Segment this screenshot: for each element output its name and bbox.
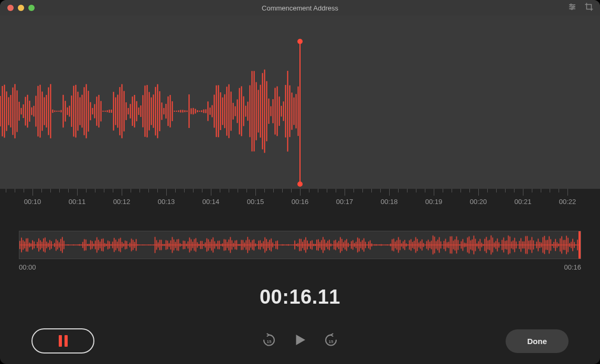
pause-button[interactable] [31,328,94,354]
ruler-label: 00:13 [158,198,175,206]
close-button[interactable] [7,5,14,11]
ruler-label: 00:21 [515,198,532,206]
fullscreen-button[interactable] [28,5,35,11]
minimize-button[interactable] [18,5,24,11]
titlebar-tools [567,2,594,14]
waveform-overview[interactable] [19,231,581,259]
skip-forward-label: 15 [329,339,334,344]
current-time-display: 00:16.11 [0,286,600,308]
ruler-label: 00:14 [202,198,220,206]
trim-icon[interactable] [584,2,594,14]
overview-end-time: 00:16 [564,263,581,271]
done-button[interactable]: Done [506,329,569,353]
timeline-ruler[interactable]: 00:1000:1100:1200:1300:1400:1500:1600:17… [0,189,600,210]
skip-forward-button[interactable]: 15 [324,333,338,349]
ruler-label: 00:16 [292,198,309,206]
playhead[interactable] [299,41,301,185]
svg-point-5 [571,8,573,9]
titlebar: Commencement Address [0,0,600,16]
ruler-label: 00:22 [559,198,576,206]
ruler-label: 00:11 [69,198,86,206]
waveform-zoomed[interactable] [0,16,600,189]
ruler-label: 00:19 [425,198,443,206]
playhead-handle-bottom[interactable] [297,181,303,187]
window-title: Commencement Address [262,4,338,12]
playback-controls: 15 15 [262,331,338,350]
skip-back-label: 15 [267,339,272,344]
app-window: Commencement Address 00:1000: [0,0,600,364]
skip-back-button[interactable]: 15 [262,333,276,349]
svg-point-3 [573,6,574,8]
window-controls [0,5,35,11]
overview-start-time: 00:00 [19,263,36,271]
settings-icon[interactable] [567,2,577,14]
waveform-overview-container: 00:00 00:16 [19,231,581,271]
overview-times: 00:00 00:16 [19,263,581,271]
transport-controls: 15 15 Done [0,328,600,354]
play-button[interactable] [292,331,308,350]
playhead-handle-top[interactable] [297,39,303,44]
ruler-label: 00:10 [24,198,41,206]
overview-playhead[interactable] [578,231,581,259]
ruler-label: 00:15 [247,198,264,206]
pause-icon [59,335,68,347]
ruler-label: 00:18 [381,198,398,206]
ruler-label: 00:17 [336,198,353,206]
ruler-label: 00:12 [113,198,131,206]
ruler-label: 00:20 [470,198,487,206]
svg-point-1 [570,4,572,6]
